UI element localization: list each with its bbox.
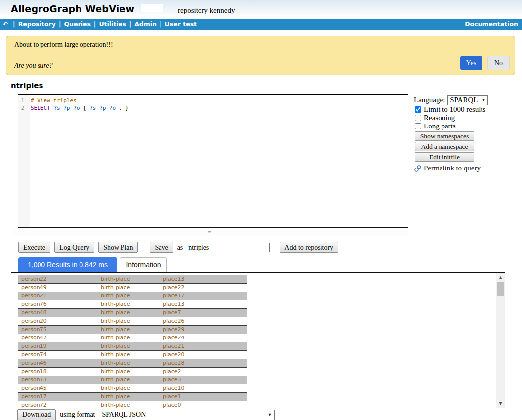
scroll-up-button[interactable]: ▲ (496, 273, 505, 282)
resize-handle-icon: ≡ (207, 229, 211, 235)
add-a-namespace-button[interactable]: Add a namespace (415, 142, 474, 151)
nav-item-documentation[interactable]: Documentation (465, 19, 518, 30)
nav-item-admin[interactable]: Admin (134, 20, 157, 28)
result-object-link[interactable]: place17 (163, 292, 247, 300)
checkbox-row: Limit to 1000 results (414, 105, 520, 114)
editor-resize-handle[interactable]: ≡ (11, 229, 408, 236)
show-plan-button[interactable]: Show Plan (98, 242, 138, 253)
header-blank-box (141, 4, 163, 12)
checkbox-long-parts[interactable] (415, 123, 421, 129)
result-predicate-link[interactable]: birth-place (101, 284, 163, 292)
token-keyword: SELECT (31, 105, 50, 111)
result-predicate-link[interactable]: birth-place (101, 384, 163, 392)
result-object-link[interactable]: place2 (163, 368, 247, 376)
edit-initfile-button[interactable]: Edit initfile (415, 152, 474, 162)
result-predicate-link[interactable]: birth-place (101, 401, 163, 408)
tab-information[interactable]: Information (120, 257, 167, 272)
nav-item-queries[interactable]: Queries (64, 20, 90, 28)
nav-item-repository[interactable]: Repository (18, 20, 56, 28)
table-row: person20birth-placeplace26 (18, 317, 247, 326)
result-subject-link[interactable]: person17 (18, 393, 101, 401)
result-subject-link[interactable]: person73 (18, 376, 101, 384)
query-name-heading: ntriples (11, 82, 43, 90)
result-subject-link[interactable]: person72 (18, 401, 101, 408)
using-format-label: using format (60, 411, 95, 419)
results-panel: person22birth-placeplace13person49birth-… (11, 273, 505, 408)
result-subject-link[interactable]: person18 (18, 368, 101, 376)
result-subject-link[interactable]: person47 (18, 334, 101, 342)
result-predicate-link[interactable]: birth-place (101, 326, 163, 334)
result-object-link[interactable]: place10 (163, 384, 247, 392)
chevron-down-icon: ▼ (482, 98, 485, 102)
result-predicate-link[interactable]: birth-place (101, 309, 163, 317)
result-predicate-link[interactable]: birth-place (101, 317, 163, 325)
result-subject-link[interactable]: person21 (18, 292, 101, 300)
save-button[interactable]: Save (150, 242, 173, 253)
checkbox-reasoning[interactable] (415, 115, 421, 121)
table-row: person46birth-placeplace28 (18, 359, 247, 368)
result-predicate-link[interactable]: birth-place (101, 300, 163, 308)
table-row: person19birth-placeplace21 (18, 342, 247, 351)
result-object-link[interactable]: place29 (163, 326, 247, 334)
main-nav: ↶ |Repository|Queries|Utilities|Admin|Us… (0, 19, 522, 30)
result-predicate-link[interactable]: birth-place (101, 351, 163, 359)
sparql-editor[interactable]: 1# View triples2SELECT ?s ?p ?o { ?s ?p … (18, 94, 408, 228)
code-text: # View triples (28, 97, 77, 104)
result-predicate-link[interactable]: birth-place (101, 376, 163, 384)
result-subject-link[interactable]: person19 (18, 342, 101, 350)
result-predicate-link[interactable]: birth-place (101, 334, 163, 342)
yes-button[interactable]: Yes (460, 56, 482, 70)
result-predicate-link[interactable]: birth-place (101, 393, 163, 401)
scroll-down-button[interactable]: ▼ (496, 399, 505, 408)
repository-label: repository kennedy (178, 6, 235, 15)
result-object-link[interactable]: place21 (163, 342, 247, 350)
result-predicate-link[interactable]: birth-place (101, 342, 163, 350)
nav-item-user-test[interactable]: User test (165, 20, 197, 28)
no-button[interactable]: No (487, 56, 510, 70)
log-query-button[interactable]: Log Query (54, 242, 94, 253)
scrollbar-thumb[interactable] (497, 282, 504, 296)
language-select[interactable]: SPARQL ▼ (447, 95, 488, 105)
download-button[interactable]: Download (17, 409, 56, 420)
result-predicate-link[interactable]: birth-place (101, 368, 163, 376)
save-name-input[interactable] (186, 243, 270, 252)
result-predicate-link[interactable]: birth-place (101, 275, 163, 283)
result-object-link[interactable]: place7 (163, 309, 247, 317)
result-object-link[interactable]: place3 (163, 376, 247, 384)
result-subject-link[interactable]: person46 (18, 359, 101, 367)
checkbox-label: Reasoning (424, 114, 455, 122)
tab-results[interactable]: 1,000 Results in 0.842 ms (18, 257, 117, 272)
result-object-link[interactable]: place13 (163, 275, 247, 283)
nav-item-utilities[interactable]: Utilities (99, 20, 126, 28)
result-object-link[interactable]: place22 (163, 284, 247, 292)
result-object-link[interactable]: place20 (163, 351, 247, 359)
result-subject-link[interactable]: person48 (18, 309, 101, 317)
result-subject-link[interactable]: person74 (18, 351, 101, 359)
format-select[interactable]: SPARQL JSON ▼ (99, 410, 275, 420)
checkbox-limit-to-1000-results[interactable] (415, 106, 421, 113)
permalink-to-query-link[interactable]: Permalink to query (414, 164, 520, 172)
add-to-repository-button[interactable]: Add to repository (280, 242, 338, 253)
result-subject-link[interactable]: person22 (18, 275, 101, 283)
show-namespaces-button[interactable]: Show namespaces (415, 131, 474, 141)
back-arrow-icon[interactable]: ↶ (3, 19, 8, 30)
execute-button[interactable]: Execute (18, 242, 50, 253)
result-object-link[interactable]: place26 (163, 317, 247, 325)
results-scrollbar[interactable]: ▲ ▼ (496, 273, 505, 408)
result-subject-link[interactable]: person75 (18, 326, 101, 334)
result-predicate-link[interactable]: birth-place (101, 359, 163, 367)
result-subject-link[interactable]: person45 (18, 384, 101, 392)
result-predicate-link[interactable]: birth-place (101, 292, 163, 300)
banner-message: About to perform large operation!!! (14, 41, 113, 49)
result-object-link[interactable]: place28 (163, 359, 247, 367)
result-object-link[interactable]: place24 (163, 334, 247, 342)
editor-code[interactable]: 1# View triples2SELECT ?s ?p ?o { ?s ?p … (18, 95, 408, 112)
table-row: person73birth-placeplace3 (18, 376, 247, 384)
result-subject-link[interactable]: person49 (18, 284, 101, 292)
result-object-link[interactable]: place13 (163, 300, 247, 308)
result-subject-link[interactable]: person76 (18, 300, 101, 308)
result-object-link[interactable]: place0 (163, 401, 247, 408)
result-subject-link[interactable]: person20 (18, 317, 101, 325)
result-object-link[interactable]: place1 (163, 393, 247, 401)
editor-gutter (18, 95, 30, 227)
